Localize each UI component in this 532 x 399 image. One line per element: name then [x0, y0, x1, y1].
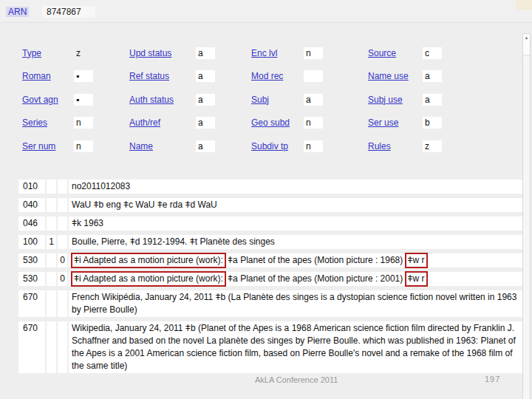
fixed-field-value-subj[interactable]: a — [304, 94, 323, 106]
fixed-field-subj: Subja — [251, 88, 323, 112]
marc-tag-cell[interactable]: 670 — [18, 290, 45, 317]
marc-content-cell[interactable]: French Wikipédia, January 24, 2011 ǂb (L… — [69, 290, 522, 317]
marc-field-row-670: 670Wikipedia, January 24, 2011 ǂb (Plane… — [18, 321, 522, 373]
fixed-field-label-ref-status[interactable]: Ref status — [129, 71, 196, 81]
fixed-field-value-ref-status[interactable]: a — [196, 70, 215, 82]
fixed-field-value-govt-agn[interactable]: ▪ — [74, 94, 93, 106]
fixed-field-label-name-use[interactable]: Name use — [368, 71, 423, 81]
scroll-up-icon[interactable]: ▲ — [523, 34, 530, 55]
fixed-field-value-mod-rec[interactable] — [304, 70, 323, 82]
fixed-field-label-subdiv-tp[interactable]: Subdiv tp — [251, 141, 304, 151]
marc-indicator1-cell[interactable] — [47, 321, 56, 373]
marc-indicator2-cell[interactable]: 0 — [58, 272, 67, 286]
marc-tag-cell[interactable]: 010 — [18, 180, 45, 194]
marc-content-cell[interactable]: ǂi Adapted as a motion picture (work): ǂ… — [69, 272, 522, 286]
marc-indicator1-cell[interactable] — [47, 216, 56, 231]
fixed-field-value-type[interactable]: z — [74, 47, 93, 59]
fixed-field-value-geo-subd[interactable]: n — [304, 117, 323, 129]
fixed-field-series: Seriesn — [22, 112, 93, 135]
marc-field-row-010: 010no2011012083 — [18, 180, 522, 194]
marc-content-cell[interactable]: ǂi Adapted as a motion picture (work): ǂ… — [69, 253, 522, 267]
window-chrome-fragment — [516, 0, 532, 10]
marc-tag-cell[interactable]: 670 — [18, 321, 45, 373]
marc-indicator2-cell[interactable]: 0 — [58, 253, 67, 267]
fixed-field-value-subdiv-tp[interactable]: n — [304, 140, 323, 152]
arn-link[interactable]: ARN — [6, 7, 29, 17]
marc-indicator2-cell[interactable] — [58, 235, 67, 249]
fixed-field-label-roman[interactable]: Roman — [22, 71, 74, 81]
fixed-field-label-source[interactable]: Source — [368, 48, 423, 58]
subfield-text: Wikipedia, January 24, 2011 ǂb (Planet o… — [72, 323, 518, 371]
marc-indicator2-cell[interactable] — [58, 180, 67, 194]
marc-tag-cell[interactable]: 046 — [18, 216, 45, 231]
marc-content-cell[interactable]: Wikipedia, January 24, 2011 ǂb (Planet o… — [69, 321, 522, 373]
fixed-field-label-auth-status[interactable]: Auth status — [129, 95, 196, 105]
highlighted-subfield: ǂi Adapted as a motion picture (work): — [71, 253, 226, 268]
arn-value: 8747867 — [42, 6, 95, 18]
subfield-text: ǂk 1963 — [72, 218, 103, 228]
marc-indicator1-cell[interactable] — [47, 180, 56, 194]
fixed-field-source: Sourcec — [368, 41, 442, 65]
fixed-field-label-auth-ref[interactable]: Auth/ref — [129, 117, 196, 128]
marc-indicator2-cell[interactable] — [58, 290, 67, 317]
fixed-fields-column: SourcecName useaSubj useaSer usebRulesz — [368, 41, 442, 158]
fixed-field-value-ser-use[interactable]: b — [423, 117, 442, 129]
marc-indicator1-cell[interactable]: 1 — [47, 235, 56, 249]
marc-indicator1-cell[interactable] — [47, 253, 56, 267]
fixed-field-mod-rec: Mod rec — [251, 65, 323, 89]
marc-indicator1-cell[interactable] — [47, 290, 56, 317]
fixed-field-value-subj-use[interactable]: a — [423, 94, 442, 106]
marc-content-cell[interactable]: Boulle, Pierre, ǂd 1912-1994. ǂt Planète… — [69, 235, 522, 249]
fixed-field-value-rules[interactable]: z — [423, 140, 442, 152]
fixed-field-label-geo-subd[interactable]: Geo subd — [251, 117, 304, 128]
fixed-field-value-ser-num[interactable]: n — [74, 140, 93, 152]
marc-tag-cell[interactable]: 040 — [18, 198, 45, 212]
fixed-field-enc-lvl: Enc lvln — [251, 41, 323, 65]
marc-field-row-530: 5300ǂi Adapted as a motion picture (work… — [18, 272, 522, 286]
fixed-field-value-series[interactable]: n — [74, 117, 93, 129]
fixed-field-value-upd-status[interactable]: a — [196, 47, 215, 59]
fixed-field-label-govt-agn[interactable]: Govt agn — [22, 95, 74, 105]
subfield-text: no2011012083 — [72, 181, 130, 191]
fixed-fields: TypezRoman▪Govt agn▪SeriesnSer numnUpd s… — [0, 41, 517, 154]
fixed-field-label-mod-rec[interactable]: Mod rec — [251, 71, 304, 81]
marc-indicator2-cell[interactable] — [58, 198, 67, 212]
marc-indicator1-cell[interactable] — [47, 272, 56, 286]
marc-tag-cell[interactable]: 530 — [18, 253, 45, 267]
fixed-field-value-auth-status[interactable]: a — [196, 94, 215, 106]
fixed-field-label-ser-num[interactable]: Ser num — [22, 141, 74, 151]
marc-tag-cell[interactable]: 100 — [18, 235, 45, 249]
fixed-field-label-enc-lvl[interactable]: Enc lvl — [251, 48, 304, 58]
fixed-field-value-auth-ref[interactable]: a — [196, 117, 215, 129]
marc-indicator2-cell[interactable] — [58, 321, 67, 373]
marc-indicator2-cell[interactable] — [58, 216, 67, 231]
fixed-field-geo-subd: Geo subdn — [251, 112, 323, 135]
fixed-field-label-ser-use[interactable]: Ser use — [368, 117, 423, 128]
marc-content-cell[interactable]: ǂk 1963 — [69, 216, 522, 231]
fixed-field-label-rules[interactable]: Rules — [368, 141, 423, 151]
subfield-text: Boulle, Pierre, ǂd 1912-1994. ǂt Planète… — [72, 236, 275, 247]
fixed-field-value-roman[interactable]: ▪ — [74, 70, 93, 82]
fixed-field-subdiv-tp: Subdiv tpn — [251, 134, 323, 158]
subfield-text: WaU ǂb eng ǂc WaU ǂe rda ǂd WaU — [72, 200, 217, 210]
marc-indicator1-cell[interactable] — [47, 198, 56, 212]
fixed-field-label-type[interactable]: Type — [22, 48, 74, 58]
fixed-field-value-source[interactable]: c — [423, 47, 442, 59]
fixed-field-label-upd-status[interactable]: Upd status — [129, 48, 196, 58]
fixed-field-ref-status: Ref statusa — [129, 65, 215, 89]
vertical-scrollbar[interactable]: ▲ — [522, 33, 531, 399]
fixed-field-value-name-use[interactable]: a — [423, 70, 442, 82]
fixed-field-value-name[interactable]: a — [196, 140, 215, 152]
slide-footer-title: AkLA Conference 2011 — [255, 375, 338, 384]
fixed-field-label-name[interactable]: Name — [129, 141, 196, 151]
marc-content-cell[interactable]: no2011012083 — [69, 180, 522, 194]
fixed-field-label-subj[interactable]: Subj — [251, 95, 304, 105]
fixed-field-name: Namea — [129, 134, 215, 158]
subfield-text: ǂa Planet of the apes (Motion picture : … — [225, 273, 406, 284]
fixed-field-label-subj-use[interactable]: Subj use — [368, 95, 423, 105]
subfield-text: ǂa Planet of the apes (Motion picture : … — [225, 255, 406, 265]
fixed-field-value-enc-lvl[interactable]: n — [304, 47, 323, 59]
marc-content-cell[interactable]: WaU ǂb eng ǂc WaU ǂe rda ǂd WaU — [69, 198, 522, 212]
fixed-field-label-series[interactable]: Series — [22, 117, 74, 128]
marc-tag-cell[interactable]: 530 — [18, 272, 45, 286]
